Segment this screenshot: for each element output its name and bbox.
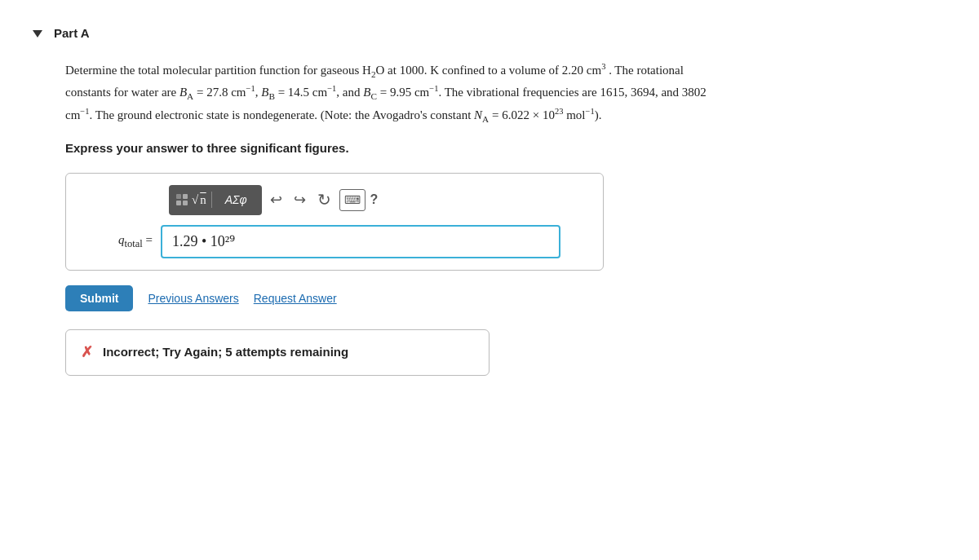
refresh-button[interactable]: ↻ bbox=[314, 186, 334, 214]
incorrect-icon: ✗ bbox=[81, 342, 93, 364]
svg-rect-0 bbox=[176, 194, 181, 199]
help-button[interactable]: ? bbox=[370, 190, 379, 209]
input-label: qtotal = bbox=[79, 231, 153, 252]
math-tool-group[interactable]: √n AΣφ bbox=[169, 185, 262, 215]
matrix-icon bbox=[175, 193, 188, 206]
submit-button[interactable]: Submit bbox=[65, 285, 133, 311]
svg-rect-2 bbox=[176, 201, 181, 205]
svg-rect-3 bbox=[183, 201, 188, 205]
chevron-down-icon[interactable] bbox=[33, 30, 42, 37]
request-answer-button[interactable]: Request Answer bbox=[254, 292, 337, 305]
equals-sign: = bbox=[146, 233, 153, 246]
problem-paragraph-1: Determine the total molecular partition … bbox=[65, 60, 718, 127]
bold-instruction: Express your answer to three significant… bbox=[65, 139, 930, 158]
feedback-box: ✗ Incorrect; Try Again; 5 attempts remai… bbox=[65, 329, 490, 376]
sqrt-icon: √n bbox=[192, 191, 206, 209]
answer-box: √n AΣφ ↩ ↪ ↻ ⌨ ? qtotal = bbox=[65, 173, 604, 271]
feedback-text: Incorrect; Try Again; 5 attempts remaini… bbox=[103, 343, 348, 362]
keyboard-button[interactable]: ⌨ bbox=[339, 189, 365, 211]
btn-row: Submit Previous Answers Request Answer bbox=[65, 285, 930, 311]
toolbar: √n AΣφ ↩ ↪ ↻ ⌨ ? bbox=[79, 185, 590, 215]
toolbar-separator bbox=[211, 192, 212, 208]
undo-button[interactable]: ↩ bbox=[267, 187, 286, 213]
svg-rect-1 bbox=[183, 194, 188, 199]
total-subscript: total bbox=[125, 238, 143, 249]
problem-text: Determine the total molecular partition … bbox=[65, 60, 718, 127]
redo-button[interactable]: ↪ bbox=[290, 187, 309, 213]
previous-answers-button[interactable]: Previous Answers bbox=[148, 292, 238, 305]
input-row: qtotal = bbox=[79, 225, 590, 258]
answer-input[interactable] bbox=[161, 225, 560, 258]
q-label: q bbox=[118, 233, 125, 246]
part-label: Part A bbox=[54, 24, 90, 43]
part-header: Part A bbox=[33, 24, 930, 43]
page: Part A Determine the total molecular par… bbox=[0, 0, 979, 560]
asf-button[interactable]: AΣφ bbox=[217, 188, 255, 212]
